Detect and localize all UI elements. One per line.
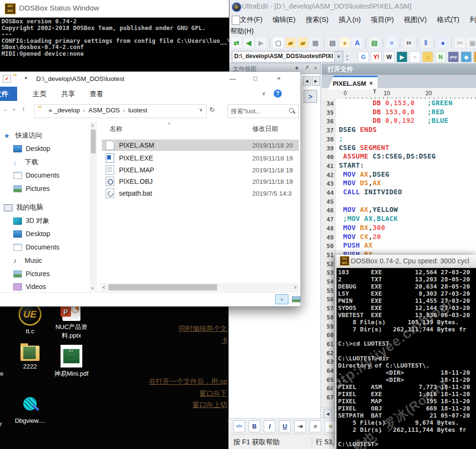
maximize-icon[interactable]: □	[253, 75, 257, 82]
scrollbar-thumb[interactable]	[109, 284, 217, 290]
italic-icon[interactable]: I	[264, 420, 276, 432]
windows-icon[interactable]: ❖	[474, 51, 476, 62]
sidebar-item-Pictures[interactable]: Pictures	[13, 185, 50, 192]
wrap-lines-icon[interactable]: ≡	[387, 38, 397, 48]
desktop-icon-folder[interactable]: 2222	[9, 346, 51, 370]
menu-item[interactable]: 列(L)	[469, 15, 476, 24]
scroll-right-icon[interactable]: >	[294, 285, 297, 290]
ribbon-collapse-icon[interactable]: ∨	[262, 90, 266, 97]
sidebar-item-快速访问[interactable]: ★快速访问	[4, 131, 42, 140]
sun-icon[interactable]: ☼	[422, 51, 433, 62]
chevron-down-icon[interactable]: ▼	[334, 51, 343, 62]
ribbon-tab-共享[interactable]: 共享	[56, 87, 80, 101]
desktop-icon-ue[interactable]: UEtt.c	[9, 303, 51, 335]
breadcrumb-segment[interactable]: _develop	[54, 107, 80, 114]
tab-pixel-asm[interactable]: PIXEL.ASM ×	[328, 76, 377, 90]
sidebar-item-Pictures[interactable]: Pictures	[13, 270, 50, 278]
cut-icon[interactable]: ✂	[455, 38, 465, 48]
sidebar-item-Music[interactable]: ♪Music	[13, 257, 42, 264]
menu-item[interactable]: 视图(V)	[404, 15, 426, 24]
sidebar-item-Documents[interactable]: Documents	[13, 243, 60, 251]
qat-properties-icon[interactable]: ✓	[3, 75, 11, 83]
php-icon[interactable]: php	[448, 51, 459, 62]
chevron-down-icon[interactable]: ▼	[294, 65, 299, 71]
menu-item[interactable]: 项目(P)	[371, 15, 394, 24]
breadcrumb-collapsed[interactable]: «	[49, 107, 54, 114]
details-view-button[interactable]: ≡	[275, 294, 288, 304]
wikipedia-icon[interactable]: W	[384, 51, 395, 62]
sidebar-item-Videos[interactable]: Videos	[13, 283, 46, 290]
breadcrumb-segment[interactable]: luotest	[128, 107, 147, 114]
column-header-date[interactable]: 修改日期	[252, 125, 278, 133]
bold-icon[interactable]: B	[248, 420, 260, 432]
yahoo-icon[interactable]: Y!	[371, 51, 382, 62]
search-icon[interactable]	[289, 108, 294, 113]
sidebar-item-下载[interactable]: ↓下载	[13, 158, 38, 167]
menu-item[interactable]: 插入(n)	[338, 15, 361, 24]
thumbnail-view-button[interactable]	[289, 294, 303, 304]
menu-item[interactable]: 格式(T)	[437, 15, 460, 24]
breadcrumb-separator-icon[interactable]: ›	[80, 108, 89, 113]
desktop-icon-pdf[interactable]: 图片———神易Mini.pdf	[50, 345, 93, 378]
evernote-icon[interactable]: N	[435, 51, 446, 62]
menu-item[interactable]: 文件(F)	[240, 15, 263, 24]
replace-icon[interactable]: A	[352, 38, 362, 48]
forward-icon[interactable]: ▶	[256, 38, 266, 48]
ribbon-tab-主页[interactable]: 主页	[28, 87, 51, 101]
breadcrumb-chevron-icon[interactable]: ∨	[199, 107, 203, 113]
underline-icon[interactable]: U	[279, 420, 291, 432]
table-row[interactable]: PIXEL.ASM2019/11/18 20	[102, 140, 299, 151]
close-icon[interactable]: ×	[277, 75, 281, 82]
file-list-horizontal-scrollbar[interactable]: < >	[100, 283, 299, 292]
column-mode-icon[interactable]: ‖	[421, 38, 431, 48]
table-row[interactable]: PIXEL.OBJ2019/11/18 19	[102, 176, 299, 187]
menu-item[interactable]: 搜索(S)	[306, 15, 328, 24]
tab-close-icon[interactable]: ×	[369, 80, 373, 87]
scroll-up-icon[interactable]: ∧	[91, 123, 94, 128]
bulb-icon[interactable]: ○	[409, 51, 420, 62]
ribbon-tab-查看[interactable]: 查看	[85, 87, 109, 101]
history-chevron-icon[interactable]: ∨	[12, 107, 16, 112]
back-icon[interactable]: ◀	[244, 38, 254, 48]
scroll-left-icon[interactable]: ◀	[324, 409, 332, 419]
print-icon[interactable]: ▤	[327, 38, 337, 48]
search-box[interactable]: 搜索"luot...	[228, 104, 299, 118]
qat-chevron-icon[interactable]: ▾	[25, 75, 27, 80]
indent-icon[interactable]: ⇥	[294, 420, 306, 432]
breadcrumb[interactable]: « _develop›ASM_DOS›luotest	[49, 107, 147, 114]
google-icon[interactable]: G	[358, 51, 369, 62]
sync-icon[interactable]: ⇄	[231, 38, 241, 48]
up-icon[interactable]: ↑	[22, 105, 25, 113]
msn-icon[interactable]: ◆	[461, 51, 472, 62]
file-path-combobox[interactable]: D:\_develop\ASM_DOS\luotest\PIXI ▼	[232, 51, 343, 62]
save-icon[interactable]: ▦	[310, 38, 320, 48]
back-icon[interactable]: ←	[2, 105, 9, 113]
scroll-left-icon[interactable]: <	[102, 285, 105, 290]
scrollbar-thumb[interactable]	[91, 130, 96, 153]
find-icon[interactable]: ●	[340, 38, 350, 48]
toolbar-overflow-icon[interactable]: ⌄⌄	[345, 53, 349, 60]
breadcrumb-separator-icon[interactable]: ›	[120, 108, 129, 113]
table-row[interactable]: setpath.bat2019/7/5 14:3	[102, 188, 299, 199]
refresh-icon[interactable]: ↻	[209, 106, 215, 113]
help-icon[interactable]: ?	[274, 90, 282, 98]
browser-icon[interactable]: ●	[438, 38, 448, 48]
new-file-icon[interactable]: ▢	[273, 38, 283, 48]
bullets-icon[interactable]: ≡	[309, 420, 321, 432]
menu-help[interactable]: 帮助(H)	[230, 27, 254, 36]
dosbox-status-titlebar[interactable]: DOSBOX DOSBox Status Window	[0, 0, 229, 18]
ribbon-tab-file[interactable]: 文件	[0, 87, 17, 101]
open-copy-icon[interactable]: ▰	[298, 38, 308, 48]
sidebar-scrollbar[interactable]: ∧ ∨	[89, 122, 97, 291]
close-icon[interactable]: ×	[314, 65, 317, 71]
sidebar-item-Desktop[interactable]: Desktop	[13, 230, 50, 238]
sidebar-item-Documents[interactable]: Documents	[13, 171, 60, 179]
flag-icon[interactable]: ▶	[397, 51, 407, 62]
desktop-icon-ppt[interactable]: PNUC产品资料.pptx	[50, 303, 93, 340]
copy-icon[interactable]: ▣	[467, 38, 476, 48]
open-folder-icon[interactable]: ▰	[286, 38, 296, 48]
sidebar-item-我的电脑[interactable]: 我的电脑	[4, 203, 43, 212]
html-icon[interactable]: </>	[233, 420, 245, 432]
pin-icon[interactable]	[304, 65, 309, 71]
breadcrumb-segment[interactable]: ASM_DOS	[89, 107, 120, 114]
